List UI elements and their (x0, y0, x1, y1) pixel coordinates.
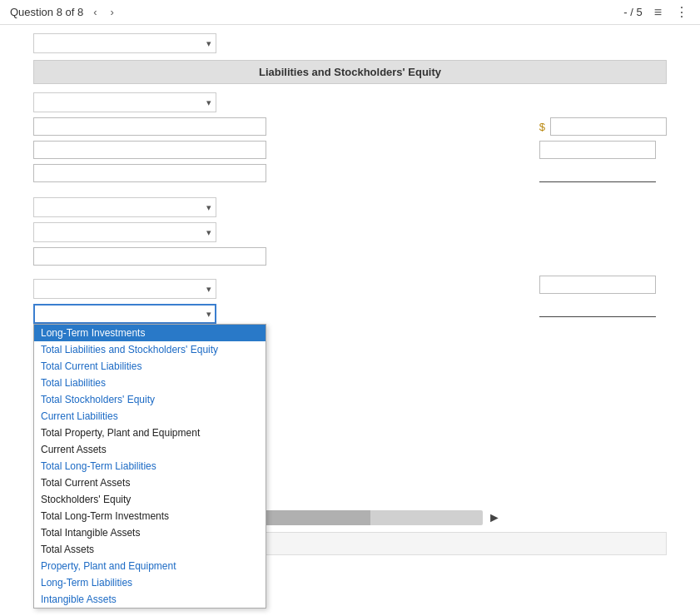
input-row-3[interactable] (33, 164, 266, 182)
right-inputs: $ (539, 117, 667, 317)
dollar-sign: $ (539, 121, 545, 133)
main-content: Liabilities and Stockholders' Equity (0, 25, 700, 564)
list-item[interactable]: Property, Plant and Equipment (34, 558, 266, 574)
prev-button[interactable]: ‹ (90, 4, 100, 20)
right-input-4[interactable] (539, 276, 656, 294)
dollar-input-row: $ (539, 117, 667, 136)
list-item[interactable]: Long-Term Liabilities (34, 574, 266, 591)
right-input-2[interactable] (539, 141, 656, 159)
next-button[interactable]: › (107, 4, 117, 20)
more-options-button[interactable]: ⋮ (673, 2, 690, 22)
header-right: - / 5 ≡ ⋮ (623, 2, 690, 22)
list-item[interactable]: Current Liabilities (34, 408, 266, 425)
top-dropdown-row (33, 33, 667, 53)
input-row-2[interactable] (33, 141, 266, 159)
input-row-4[interactable] (33, 247, 266, 266)
list-item[interactable]: Total Assets (34, 541, 266, 558)
list-item[interactable]: Total Liabilities (34, 375, 266, 391)
dropdown-row-2 (33, 92, 667, 112)
header: Question 8 of 8 ‹ › - / 5 ≡ ⋮ (0, 0, 700, 25)
dropdown-5[interactable] (33, 279, 216, 299)
list-item[interactable]: Total Long-Term Liabilities (34, 458, 266, 474)
more-icon: ⋮ (675, 5, 688, 19)
dropdown-2[interactable] (33, 92, 216, 112)
list-item[interactable]: Total Long-Term Investments (34, 508, 266, 524)
question-label: Question 8 of 8 (10, 6, 83, 18)
open-dropdown-container: Long-Term InvestmentsTotal Liabilities a… (33, 304, 283, 324)
right-input-5[interactable] (539, 299, 656, 317)
dropdown-3[interactable] (33, 197, 216, 217)
right-input-1[interactable] (550, 117, 667, 136)
left-inputs: Long-Term InvestmentsTotal Liabilities a… (33, 117, 283, 504)
top-dropdown-wrapper (33, 33, 216, 53)
open-dropdown-wrapper (33, 304, 216, 324)
right-input-3[interactable] (539, 164, 656, 182)
dropdown-wrapper-5 (33, 279, 216, 299)
list-item[interactable]: Total Current Liabilities (34, 358, 266, 375)
open-dropdown[interactable] (33, 304, 216, 324)
list-item[interactable]: Intangible Assets (34, 591, 266, 608)
dropdown-wrapper-4 (33, 222, 216, 242)
progress-arrow-button[interactable]: ► (488, 510, 501, 525)
list-icon-button[interactable]: ≡ (653, 3, 663, 22)
list-item[interactable]: Total Stockholders' Equity (34, 391, 266, 408)
input-row-1[interactable] (33, 117, 266, 136)
dropdown-list: Long-Term InvestmentsTotal Liabilities a… (33, 324, 266, 609)
list-item[interactable]: Stockholders' Equity (34, 491, 266, 508)
list-item[interactable]: Current Assets (34, 441, 266, 458)
dropdown-4[interactable] (33, 222, 216, 242)
list-item[interactable]: Long-Term Investments (34, 325, 266, 341)
list-item[interactable]: Total Intangible Assets (34, 524, 266, 541)
page-count: - / 5 (623, 6, 642, 18)
list-item[interactable]: Total Liabilities and Stockholders' Equi… (34, 341, 266, 358)
list-item[interactable]: Total Property, Plant and Equipment (34, 425, 266, 441)
dropdown-wrapper-3 (33, 197, 216, 217)
dropdown-wrapper-2 (33, 92, 216, 112)
section-header: Liabilities and Stockholders' Equity (33, 60, 667, 84)
two-col-area: Long-Term InvestmentsTotal Liabilities a… (33, 117, 667, 504)
top-dropdown[interactable] (33, 33, 216, 53)
list-icon: ≡ (654, 5, 662, 19)
header-left: Question 8 of 8 ‹ › (10, 4, 117, 20)
list-item[interactable]: Total Current Assets (34, 474, 266, 491)
